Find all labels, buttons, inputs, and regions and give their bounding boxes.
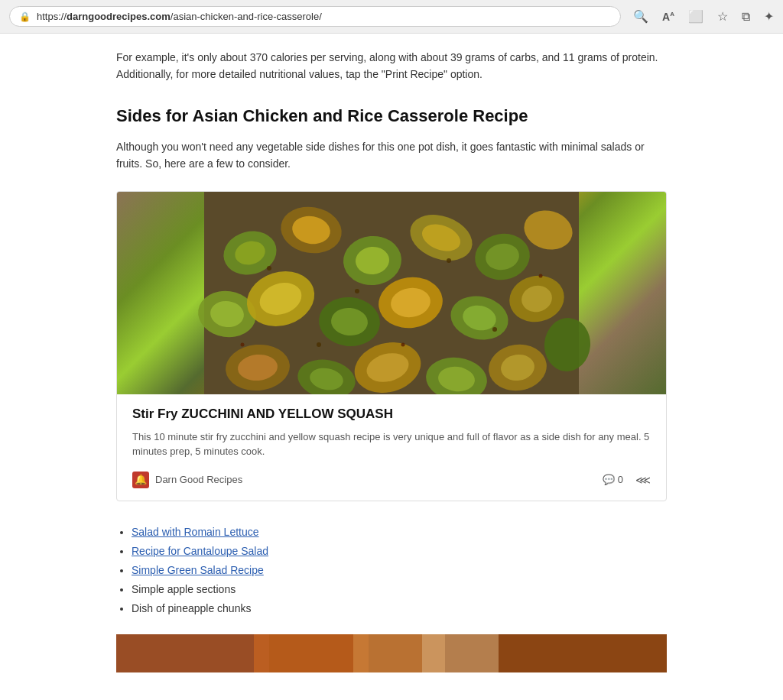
list-item: Simple Green Salad Recipe bbox=[132, 561, 667, 580]
recipe-card-image bbox=[117, 192, 666, 394]
svg-point-39 bbox=[492, 327, 497, 332]
pineapple-chunks-text: Dish of pineapple chunks bbox=[132, 602, 251, 614]
display-icon[interactable]: ⬜ bbox=[688, 9, 703, 24]
page-content: For example, it's only about 370 calorie… bbox=[0, 34, 783, 700]
svg-point-38 bbox=[317, 342, 321, 347]
svg-rect-44 bbox=[116, 634, 269, 672]
list-item: Dish of pineapple chunks bbox=[132, 599, 667, 618]
svg-rect-45 bbox=[254, 634, 369, 672]
section-description: Although you won't need any vegetable si… bbox=[116, 138, 667, 173]
apple-sections-text: Simple apple sections bbox=[132, 583, 236, 595]
green-salad-link[interactable]: Simple Green Salad Recipe bbox=[132, 564, 264, 576]
url-path: /asian-chicken-and-rice-casserole/ bbox=[171, 11, 322, 22]
card-actions: 💬 0 ⋘ bbox=[603, 474, 651, 486]
svg-point-36 bbox=[355, 289, 359, 293]
comment-number: 0 bbox=[618, 474, 623, 485]
section-heading: Sides for Asian Chicken and Rice Cassero… bbox=[116, 106, 667, 126]
sides-list: Salad with Romain Lettuce Recipe for Can… bbox=[116, 523, 667, 619]
recipe-card-footer: 🔔 Darn Good Recipes 💬 0 ⋘ bbox=[132, 472, 651, 488]
list-item: Simple apple sections bbox=[132, 580, 667, 599]
comment-icon: 💬 bbox=[603, 474, 615, 485]
url-prefix: https:// bbox=[37, 11, 67, 22]
intro-paragraph: For example, it's only about 370 calorie… bbox=[116, 49, 667, 83]
bottom-image-strip bbox=[116, 634, 667, 672]
text-size-icon[interactable]: AA bbox=[662, 11, 674, 23]
svg-point-41 bbox=[401, 342, 405, 346]
author-section: 🔔 Darn Good Recipes bbox=[132, 472, 242, 488]
author-avatar: 🔔 bbox=[132, 472, 149, 488]
browser-toolbar: 🔍 AA ⬜ ☆ ⧉ ✦ bbox=[627, 9, 774, 24]
stir-fry-illustration bbox=[117, 192, 666, 394]
lock-icon: 🔒 bbox=[19, 11, 31, 22]
recipe-card: Stir Fry ZUCCHINI AND YELLOW SQUASH This… bbox=[116, 191, 667, 501]
svg-point-35 bbox=[267, 266, 271, 271]
share-icon[interactable]: ⋘ bbox=[635, 474, 651, 486]
list-item: Salad with Romain Lettuce bbox=[132, 523, 667, 542]
svg-point-40 bbox=[241, 342, 245, 346]
svg-rect-47 bbox=[422, 634, 499, 672]
svg-point-37 bbox=[447, 258, 451, 263]
cantaloupe-salad-link[interactable]: Recipe for Cantaloupe Salad bbox=[132, 545, 268, 557]
comment-count[interactable]: 💬 0 bbox=[603, 474, 623, 485]
recipe-card-title: Stir Fry ZUCCHINI AND YELLOW SQUASH bbox=[132, 407, 651, 422]
list-item: Recipe for Cantaloupe Salad bbox=[132, 542, 667, 561]
tab-overview-icon[interactable]: ⧉ bbox=[742, 10, 750, 24]
star-icon[interactable]: ✦ bbox=[764, 9, 774, 24]
browser-chrome: 🔒 https://darngoodrecipes.com/asian-chic… bbox=[0, 0, 783, 34]
bookmark-icon[interactable]: ☆ bbox=[717, 9, 728, 24]
search-icon[interactable]: 🔍 bbox=[633, 9, 648, 24]
bottom-strip-svg bbox=[116, 634, 667, 672]
recipe-card-description: This 10 minute stir fry zucchini and yel… bbox=[132, 429, 651, 459]
url-display: https://darngoodrecipes.com/asian-chicke… bbox=[37, 11, 611, 22]
svg-point-42 bbox=[539, 274, 543, 277]
salad-romain-link[interactable]: Salad with Romain Lettuce bbox=[132, 526, 259, 538]
address-bar[interactable]: 🔒 https://darngoodrecipes.com/asian-chic… bbox=[9, 6, 621, 27]
author-name: Darn Good Recipes bbox=[155, 474, 242, 485]
content-inner: For example, it's only about 370 calorie… bbox=[93, 34, 690, 688]
url-domain: darngoodrecipes.com bbox=[67, 11, 171, 22]
author-avatar-icon: 🔔 bbox=[135, 474, 147, 485]
recipe-card-body: Stir Fry ZUCCHINI AND YELLOW SQUASH This… bbox=[117, 394, 666, 501]
